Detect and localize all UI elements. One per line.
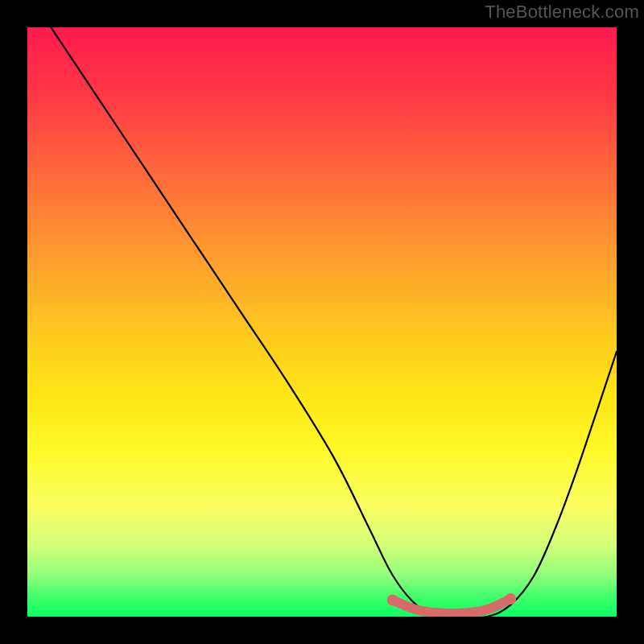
bottleneck-curve [51,27,617,617]
chart-frame: TheBottleneck.com [0,0,644,644]
watermark-text: TheBottleneck.com [485,2,639,23]
optimal-range-end-dot [505,593,516,605]
optimal-range-highlight [393,599,510,613]
chart-overlay [27,27,617,617]
optimal-range-start-dot [387,595,398,606]
plot-area [27,27,617,617]
